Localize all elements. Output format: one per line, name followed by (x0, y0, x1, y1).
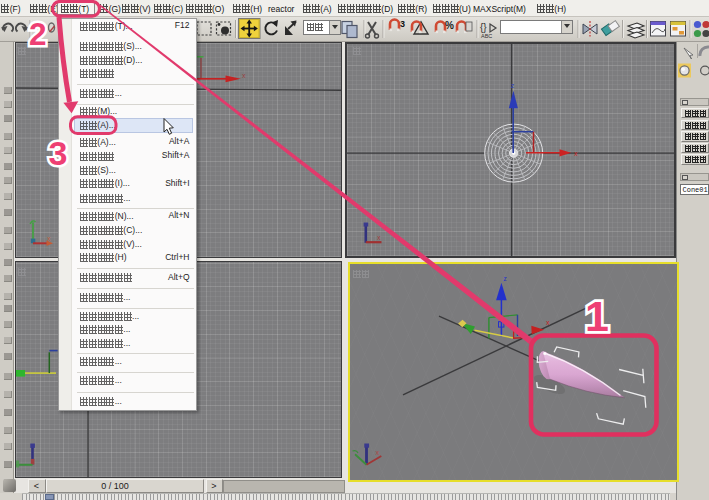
svg-text:3: 3 (400, 19, 405, 29)
svg-text:z: z (503, 275, 506, 282)
svg-text:{}: {} (480, 22, 487, 33)
svg-text:x: x (546, 319, 550, 326)
svg-text:%: % (445, 20, 454, 31)
svg-text:x: x (574, 149, 578, 156)
svg-text:ABC: ABC (481, 33, 492, 39)
svg-text:x: x (375, 449, 379, 456)
svg-text:x: x (47, 235, 51, 242)
svg-text:x: x (377, 234, 381, 241)
svg-text:z: z (511, 82, 514, 89)
svg-text:x: x (242, 72, 246, 79)
